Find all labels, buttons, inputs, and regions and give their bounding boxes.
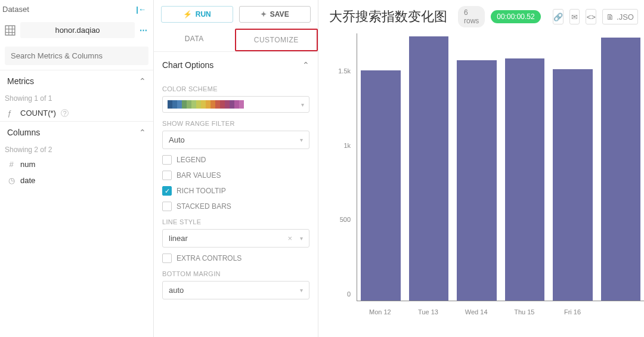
link-button[interactable]: 🔗 [553, 9, 564, 24]
checkbox-icon [162, 253, 172, 263]
table-icon [5, 25, 16, 36]
search-input[interactable] [5, 47, 148, 65]
bars-container [357, 33, 644, 301]
link-icon: 🔗 [553, 13, 563, 21]
bar[interactable] [457, 60, 497, 301]
metric-item[interactable]: ƒ COUNT(*) ? [0, 105, 153, 121]
x-tick-label: Thu 15 [504, 308, 544, 316]
chevron-up-icon: ⌃ [302, 60, 309, 70]
run-button[interactable]: ⚡ RUN [161, 6, 233, 23]
help-icon[interactable]: ? [61, 109, 69, 117]
save-label: SAVE [270, 10, 289, 18]
bottom-margin-label: BOTTOM MARGIN [162, 270, 309, 277]
json-button[interactable]: 🗎 .JSO [602, 9, 638, 24]
dataset-header-label: Dataset [2, 5, 29, 14]
bar[interactable] [361, 70, 401, 301]
checkbox-checked-icon: ✓ [162, 186, 172, 196]
rich-tooltip-checkbox[interactable]: ✓ RICH TOOLTIP [162, 186, 309, 196]
code-icon: <> [587, 13, 596, 21]
tab-data[interactable]: DATA [154, 29, 235, 51]
extra-controls-label: EXTRA CONTROLS [177, 254, 242, 262]
chevron-down-icon: ▾ [300, 235, 303, 242]
bar[interactable] [409, 36, 449, 301]
metrics-section-header[interactable]: Metrics ⌃ [0, 70, 153, 92]
range-filter-value: Auto [169, 135, 185, 144]
clock-icon: ◷ [7, 176, 16, 185]
controls-panel: ⚡ RUN ✦ SAVE DATA CUSTOMIZE Chart Option… [154, 0, 318, 337]
timer-badge: 00:00:00.52 [491, 10, 540, 23]
tab-customize[interactable]: CUSTOMIZE [235, 29, 318, 51]
dataset-header: Dataset |← [0, 0, 153, 18]
chevron-down-icon: ▾ [301, 101, 304, 108]
rich-tooltip-label: RICH TOOLTIP [177, 187, 226, 195]
color-scheme-select[interactable]: ▾ [162, 96, 309, 113]
column-label: num [20, 160, 35, 169]
dataset-sidebar: Dataset |← honor.daqiao ⋯ Metrics ⌃ Show… [0, 0, 154, 337]
columns-showing: Showing 2 of 2 [0, 143, 153, 156]
function-icon: ƒ [7, 109, 16, 118]
metrics-label: Metrics [7, 76, 34, 86]
chevron-down-icon: ▾ [300, 287, 303, 293]
range-filter-label: SHOW RANGE FILTER [162, 120, 309, 127]
document-icon: 🗎 [606, 13, 614, 21]
color-scheme-label: COLOR SCHEME [162, 85, 309, 92]
bar-values-checkbox[interactable]: BAR VALUES [162, 171, 309, 180]
bar-values-label: BAR VALUES [177, 171, 221, 180]
bottom-margin-select[interactable]: auto ▾ [162, 281, 309, 299]
column-item-date[interactable]: ◷ date [0, 172, 153, 188]
line-style-select[interactable]: linear × ▾ [162, 229, 309, 248]
bar-chart: 05001k1.5k Mon 12Tue 13Wed 14Thu 15Fri 1… [326, 33, 644, 337]
range-filter-select[interactable]: Auto ▾ [162, 131, 309, 149]
line-style-label: LINE STYLE [162, 218, 309, 225]
rows-badge: 6 rows [458, 6, 485, 27]
column-label: date [20, 176, 35, 185]
columns-label: Columns [7, 128, 40, 137]
number-icon: # [7, 160, 16, 169]
email-button[interactable]: ✉ [569, 9, 580, 24]
column-item-num[interactable]: # num [0, 156, 153, 172]
bar[interactable] [553, 69, 593, 301]
x-tick-label: Mon 12 [360, 308, 400, 316]
bar[interactable] [505, 58, 545, 301]
svg-rect-0 [5, 26, 15, 35]
chart-options-label: Chart Options [162, 60, 213, 70]
chart-area: 大乔搜索指数变化图 6 rows 00:00:00.52 🔗 ✉ <> 🗎 .J… [318, 0, 644, 337]
json-label: .JSO [617, 13, 634, 21]
columns-section-header[interactable]: Columns ⌃ [0, 121, 153, 143]
mail-icon: ✉ [571, 13, 578, 21]
bar[interactable] [601, 38, 641, 301]
clear-icon[interactable]: × [287, 234, 292, 243]
checkbox-icon [162, 155, 172, 165]
y-axis: 05001k1.5k [326, 33, 354, 301]
embed-button[interactable]: <> [586, 9, 596, 24]
color-swatches [168, 100, 244, 109]
dataset-menu-icon[interactable]: ⋯ [140, 26, 148, 35]
legend-label: LEGEND [177, 156, 206, 164]
x-tick-label: Tue 13 [408, 308, 448, 316]
metric-label: COUNT(*) [20, 109, 56, 118]
chart-options-header[interactable]: Chart Options ⌃ [154, 52, 318, 78]
collapse-sidebar-icon[interactable]: |← [136, 5, 146, 14]
chevron-up-icon: ⌃ [139, 128, 146, 137]
save-button[interactable]: ✦ SAVE [239, 6, 311, 23]
chevron-up-icon: ⌃ [139, 76, 146, 86]
x-axis-labels: Mon 12Tue 13Wed 14Thu 15Fri 16 [357, 308, 644, 316]
stacked-bars-label: STACKED BARS [177, 202, 231, 211]
bolt-icon: ⚡ [183, 10, 192, 18]
dataset-name[interactable]: honor.daqiao [20, 22, 135, 38]
chevron-down-icon: ▾ [300, 137, 303, 143]
x-tick-label: Fri 16 [553, 308, 593, 316]
checkbox-icon [162, 202, 172, 211]
checkbox-icon [162, 171, 172, 180]
save-icon: ✦ [261, 10, 267, 18]
x-tick-label [600, 308, 640, 316]
chart-title: 大乔搜索指数变化图 [329, 8, 447, 26]
extra-controls-checkbox[interactable]: EXTRA CONTROLS [162, 253, 309, 263]
stacked-bars-checkbox[interactable]: STACKED BARS [162, 202, 309, 211]
metrics-showing: Showing 1 of 1 [0, 92, 153, 105]
line-style-value: linear [169, 234, 188, 243]
run-label: RUN [196, 10, 211, 18]
x-tick-label: Wed 14 [456, 308, 496, 316]
legend-checkbox[interactable]: LEGEND [162, 155, 309, 165]
bottom-margin-value: auto [169, 286, 184, 295]
